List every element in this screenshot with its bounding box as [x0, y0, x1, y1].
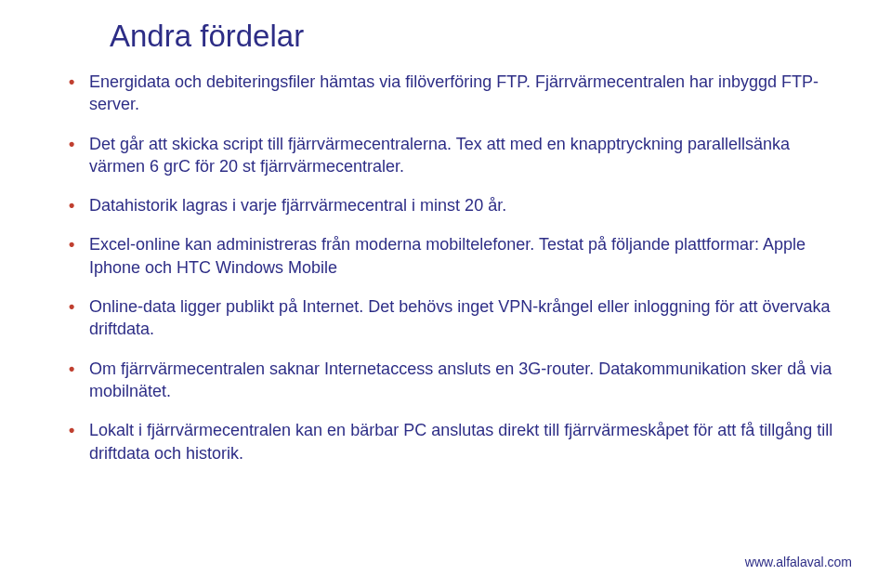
footer-prefix: www.: [745, 555, 776, 569]
list-item: Online-data ligger publikt på Internet. …: [56, 295, 835, 341]
page-title: Andra fördelar: [110, 19, 835, 54]
list-item: Datahistorik lagras i varje fjärrvärmece…: [56, 194, 835, 216]
bullet-list: Energidata och debiteringsfiler hämtas v…: [56, 71, 835, 464]
list-item: Det går att skicka script till fjärrvärm…: [56, 133, 835, 178]
list-item: Excel-online kan administreras från mode…: [56, 233, 835, 279]
footer-url: www.alfalaval.com: [745, 555, 852, 569]
list-item: Om fjärrvärmecentralen saknar Internetac…: [56, 358, 835, 403]
list-item: Lokalt i fjärrvärmecentralen kan en bärb…: [56, 419, 835, 464]
footer-domain: alfalaval.com: [776, 555, 852, 569]
list-item: Energidata och debiteringsfiler hämtas v…: [56, 71, 835, 116]
